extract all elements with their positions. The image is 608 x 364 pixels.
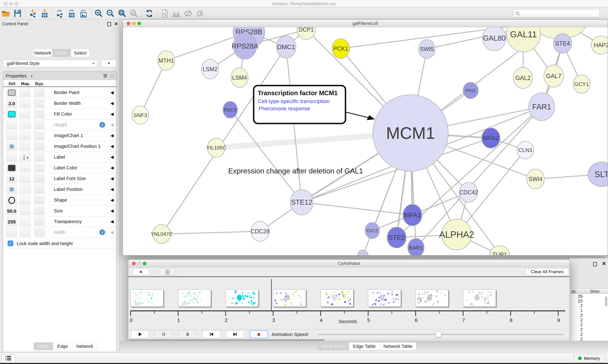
frame-thumbnail-6[interactable] (415, 289, 448, 307)
default-value-cell[interactable] (6, 88, 17, 97)
memory-button[interactable]: Memory (574, 354, 606, 362)
bypass-cell[interactable] (34, 228, 45, 237)
float-table-panel-icon[interactable] (593, 262, 597, 266)
default-value-cell[interactable]: 12 (6, 174, 17, 183)
record-button[interactable] (250, 330, 268, 338)
info-icon[interactable]: i (99, 122, 105, 128)
mapping-cell[interactable] (20, 174, 30, 183)
network-canvas[interactable]: RPS28BDCP1GAL11GAL80STE4HAP2RPS28ADMC1PC… (123, 27, 608, 255)
collapse-all-icon[interactable] (109, 73, 115, 78)
property-row-label-position[interactable]: Label Position◀ (3, 184, 117, 195)
property-row-label[interactable]: ⋮›Label◀ (3, 152, 117, 163)
show-all-icon[interactable] (172, 9, 181, 18)
frame-thumbnail-1[interactable] (178, 289, 211, 307)
mapping-cell[interactable] (20, 196, 30, 205)
mapping-cell[interactable]: ⋮› (20, 153, 30, 161)
bypass-cell[interactable] (34, 174, 45, 183)
mapping-cell[interactable] (20, 142, 30, 151)
table-row[interactable]: 2 (569, 322, 608, 327)
search-box[interactable] (513, 9, 600, 17)
tab-select[interactable]: Select (71, 49, 90, 57)
animation-speed-thumb[interactable] (435, 331, 442, 338)
import-table-icon[interactable] (40, 9, 49, 18)
expand-property-icon[interactable]: ◀ (110, 219, 114, 224)
network-report-icon[interactable] (160, 9, 169, 18)
mapping-cell[interactable] (20, 110, 30, 118)
property-row-label-color[interactable]: Label Color◀ (3, 163, 117, 173)
frame-thumbnail-0[interactable] (130, 289, 163, 307)
default-value-cell[interactable] (6, 142, 17, 151)
zoom-selected-icon[interactable] (129, 9, 138, 18)
frame-thumbnail-4[interactable] (320, 289, 353, 307)
tab-edge-table[interactable]: Edge Table (349, 342, 380, 350)
default-value-cell[interactable] (6, 164, 17, 172)
property-row-border-width[interactable]: 2.0Border Width◀ (3, 98, 117, 109)
tab-network-table[interactable]: Network Table (380, 342, 416, 350)
zoom-fit-icon[interactable] (118, 9, 127, 18)
zoom-in-icon[interactable] (94, 9, 103, 18)
add-frame-button[interactable]: + (133, 268, 149, 275)
tab-network[interactable]: Network (34, 49, 52, 57)
table-row[interactable]: 2 (569, 332, 608, 337)
frame-thumbnail-7[interactable] (463, 289, 496, 307)
property-row-shape[interactable]: Shape◀ (3, 195, 117, 206)
node-NODE_SM[interactable] (358, 250, 368, 255)
info-icon[interactable]: i (99, 229, 105, 235)
property-row-image-chart-position-1[interactable]: Image/Chart Position 1◀ (3, 141, 117, 152)
properties-menu-icon[interactable]: ▾ (31, 74, 32, 78)
pause-button[interactable] (155, 330, 173, 338)
property-row-transparency[interactable]: 255Transparency◀ (3, 217, 117, 227)
table-row[interactable]: 1 (569, 308, 608, 313)
bypass-cell[interactable] (34, 185, 45, 194)
expand-property-icon[interactable]: ◀ (110, 155, 114, 159)
expand-property-icon[interactable]: ◀ (110, 111, 114, 117)
tab-node-table[interactable]: Node Table (318, 342, 349, 350)
bypass-cell[interactable] (34, 131, 45, 140)
mapping-cell[interactable] (20, 164, 30, 172)
property-row-size[interactable]: 50.0Size◀ (3, 206, 117, 217)
refresh-view-icon[interactable] (145, 9, 154, 18)
cyanimator-timeline[interactable]: 0123456789 Seconds (128, 276, 570, 329)
frame-thumbnail-3[interactable] (273, 289, 306, 307)
expand-property-icon[interactable]: ◀ (110, 101, 114, 106)
frame-thumbnail-5[interactable] (368, 289, 401, 307)
mapping-cell[interactable] (20, 99, 30, 108)
mapping-cell[interactable] (20, 217, 30, 226)
cyanimator-titlebar[interactable]: CyAnimator (128, 260, 570, 267)
bypass-cell[interactable] (34, 121, 45, 129)
search-input[interactable] (522, 10, 597, 16)
bypass-cell[interactable] (34, 110, 45, 118)
float-panel-icon[interactable] (107, 22, 111, 26)
export-table-icon[interactable] (67, 9, 76, 18)
style-options-button[interactable]: ▼ (101, 60, 117, 67)
style-selector[interactable]: galFiltered Style ▾ (3, 60, 97, 67)
default-value-cell[interactable]: 50.0 (6, 207, 17, 215)
expand-property-icon[interactable]: ◀ (110, 165, 114, 170)
tab-edge[interactable]: Edge (53, 342, 72, 350)
default-value-cell[interactable] (6, 228, 17, 237)
expand-property-icon[interactable]: ◀ (110, 230, 114, 235)
mapping-cell[interactable] (20, 121, 30, 129)
property-row-label-font-size[interactable]: 12Label Font Size◀ (3, 173, 117, 184)
bypass-cell[interactable] (34, 207, 45, 215)
property-row-fill-color[interactable]: Fill Color◀ (3, 109, 117, 120)
clear-all-frames-button[interactable]: Clear All Frames (526, 268, 569, 275)
save-session-icon[interactable] (13, 9, 22, 18)
step-back-button[interactable] (202, 330, 220, 338)
table-row[interactable]: 2 (569, 303, 608, 308)
table-row[interactable]: 26 (569, 294, 608, 299)
bypass-cell[interactable] (34, 142, 45, 151)
property-row-width[interactable]: Widthi◀ (3, 227, 117, 238)
tab-network-bottom[interactable]: Network (72, 342, 97, 350)
table-row[interactable]: 25 (569, 299, 608, 303)
lock-checkbox[interactable]: ✓ (8, 241, 13, 246)
close-panel-icon[interactable]: × (114, 21, 118, 27)
step-forward-button[interactable] (226, 330, 244, 338)
export-network-icon[interactable] (55, 9, 65, 18)
import-network-icon[interactable] (28, 9, 38, 18)
delete-frame-button[interactable] (159, 268, 176, 275)
stop-button[interactable] (179, 330, 196, 338)
mapping-cell[interactable] (20, 185, 30, 194)
default-value-cell[interactable] (6, 110, 17, 118)
default-value-cell[interactable] (6, 121, 17, 129)
